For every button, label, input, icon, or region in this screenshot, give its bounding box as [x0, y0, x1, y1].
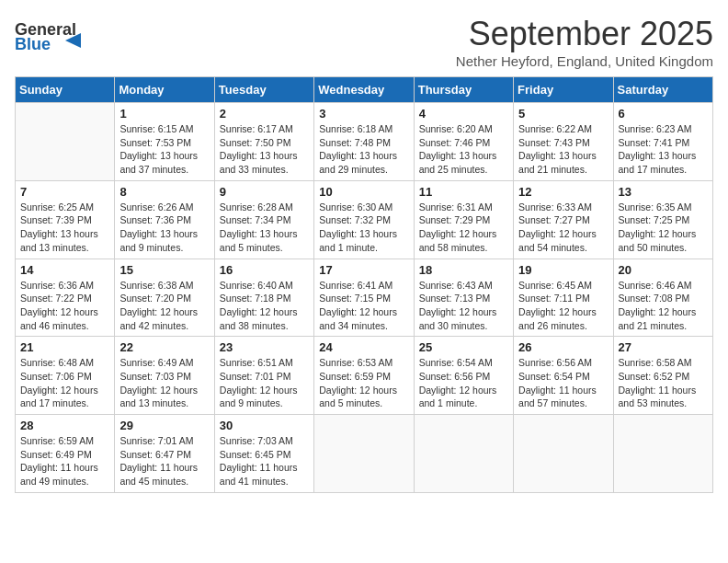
- day-number: 7: [20, 185, 109, 199]
- logo: General Blue: [15, 15, 88, 52]
- calendar-cell: 19Sunrise: 6:45 AM Sunset: 7:11 PM Dayli…: [514, 259, 613, 337]
- day-content: Sunrise: 6:18 AM Sunset: 7:48 PM Dayligh…: [319, 122, 408, 177]
- day-content: Sunrise: 6:48 AM Sunset: 7:06 PM Dayligh…: [20, 356, 109, 410]
- day-content: Sunrise: 6:54 AM Sunset: 6:56 PM Dayligh…: [419, 356, 508, 410]
- calendar-cell: [414, 415, 513, 493]
- day-number: 9: [220, 185, 309, 199]
- day-content: Sunrise: 6:25 AM Sunset: 7:39 PM Dayligh…: [20, 201, 109, 255]
- calendar-cell: 5Sunrise: 6:22 AM Sunset: 7:43 PM Daylig…: [514, 103, 613, 181]
- calendar-cell: 17Sunrise: 6:41 AM Sunset: 7:15 PM Dayli…: [314, 259, 414, 337]
- title-block: September 2025 Nether Heyford, England, …: [456, 15, 713, 69]
- day-content: Sunrise: 6:43 AM Sunset: 7:13 PM Dayligh…: [419, 279, 508, 333]
- calendar-cell: 23Sunrise: 6:51 AM Sunset: 7:01 PM Dayli…: [214, 337, 313, 415]
- day-content: Sunrise: 6:35 AM Sunset: 7:25 PM Dayligh…: [619, 201, 708, 255]
- day-header-saturday: Saturday: [613, 77, 712, 103]
- day-content: Sunrise: 6:23 AM Sunset: 7:41 PM Dayligh…: [619, 122, 708, 177]
- day-header-wednesday: Wednesday: [314, 77, 414, 103]
- day-number: 2: [220, 107, 309, 121]
- day-header-monday: Monday: [115, 77, 214, 103]
- day-number: 26: [518, 340, 608, 354]
- day-number: 30: [220, 419, 309, 432]
- day-number: 25: [419, 340, 508, 354]
- day-number: 14: [20, 263, 109, 277]
- day-number: 1: [119, 107, 209, 121]
- day-number: 21: [20, 340, 109, 354]
- calendar-cell: 26Sunrise: 6:56 AM Sunset: 6:54 PM Dayli…: [514, 337, 613, 415]
- day-content: Sunrise: 6:15 AM Sunset: 7:53 PM Dayligh…: [119, 122, 209, 177]
- day-content: Sunrise: 7:01 AM Sunset: 6:47 PM Dayligh…: [119, 434, 209, 488]
- calendar-cell: [613, 415, 712, 493]
- day-number: 23: [220, 340, 309, 354]
- day-number: 10: [319, 185, 408, 199]
- calendar-week-4: 21Sunrise: 6:48 AM Sunset: 7:06 PM Dayli…: [16, 337, 713, 415]
- day-number: 18: [419, 263, 508, 277]
- day-content: Sunrise: 6:40 AM Sunset: 7:18 PM Dayligh…: [220, 279, 309, 333]
- calendar-cell: 13Sunrise: 6:35 AM Sunset: 7:25 PM Dayli…: [613, 180, 712, 259]
- day-content: Sunrise: 6:30 AM Sunset: 7:32 PM Dayligh…: [319, 201, 408, 255]
- calendar-week-3: 14Sunrise: 6:36 AM Sunset: 7:22 PM Dayli…: [16, 259, 713, 337]
- day-number: 15: [119, 263, 209, 277]
- calendar-cell: 10Sunrise: 6:30 AM Sunset: 7:32 PM Dayli…: [314, 180, 414, 259]
- day-header-tuesday: Tuesday: [214, 77, 313, 103]
- day-content: Sunrise: 6:49 AM Sunset: 7:03 PM Dayligh…: [119, 356, 209, 410]
- day-content: Sunrise: 6:36 AM Sunset: 7:22 PM Dayligh…: [20, 279, 109, 333]
- day-number: 29: [119, 419, 209, 432]
- calendar-week-5: 28Sunrise: 6:59 AM Sunset: 6:49 PM Dayli…: [16, 415, 713, 493]
- day-content: Sunrise: 6:26 AM Sunset: 7:36 PM Dayligh…: [119, 201, 209, 255]
- day-number: 20: [619, 263, 708, 277]
- month-title: September 2025: [456, 15, 713, 53]
- calendar-cell: 30Sunrise: 7:03 AM Sunset: 6:45 PM Dayli…: [214, 415, 313, 493]
- day-number: 11: [419, 185, 508, 199]
- calendar-cell: 20Sunrise: 6:46 AM Sunset: 7:08 PM Dayli…: [613, 259, 712, 337]
- day-content: Sunrise: 6:38 AM Sunset: 7:20 PM Dayligh…: [119, 279, 209, 333]
- calendar-cell: 21Sunrise: 6:48 AM Sunset: 7:06 PM Dayli…: [16, 337, 115, 415]
- calendar-cell: 8Sunrise: 6:26 AM Sunset: 7:36 PM Daylig…: [115, 180, 214, 259]
- calendar-cell: 28Sunrise: 6:59 AM Sunset: 6:49 PM Dayli…: [16, 415, 115, 493]
- day-content: Sunrise: 6:31 AM Sunset: 7:29 PM Dayligh…: [419, 201, 508, 255]
- svg-text:Blue: Blue: [15, 35, 51, 52]
- calendar-cell: [314, 415, 414, 493]
- calendar-cell: 18Sunrise: 6:43 AM Sunset: 7:13 PM Dayli…: [414, 259, 513, 337]
- day-number: 13: [619, 185, 708, 199]
- calendar-cell: 6Sunrise: 6:23 AM Sunset: 7:41 PM Daylig…: [613, 103, 712, 181]
- calendar-header-row: SundayMondayTuesdayWednesdayThursdayFrid…: [16, 77, 713, 103]
- day-content: Sunrise: 6:22 AM Sunset: 7:43 PM Dayligh…: [518, 122, 608, 177]
- day-number: 6: [619, 107, 708, 121]
- day-content: Sunrise: 6:51 AM Sunset: 7:01 PM Dayligh…: [220, 356, 309, 410]
- day-number: 19: [518, 263, 608, 277]
- day-content: Sunrise: 7:03 AM Sunset: 6:45 PM Dayligh…: [220, 434, 309, 488]
- day-header-thursday: Thursday: [414, 77, 513, 103]
- calendar-cell: 12Sunrise: 6:33 AM Sunset: 7:27 PM Dayli…: [514, 180, 613, 259]
- day-number: 24: [319, 340, 408, 354]
- calendar-cell: 14Sunrise: 6:36 AM Sunset: 7:22 PM Dayli…: [16, 259, 115, 337]
- day-content: Sunrise: 6:33 AM Sunset: 7:27 PM Dayligh…: [518, 201, 608, 255]
- calendar-cell: 22Sunrise: 6:49 AM Sunset: 7:03 PM Dayli…: [115, 337, 214, 415]
- day-content: Sunrise: 6:41 AM Sunset: 7:15 PM Dayligh…: [319, 279, 408, 333]
- calendar-cell: 7Sunrise: 6:25 AM Sunset: 7:39 PM Daylig…: [16, 180, 115, 259]
- day-content: Sunrise: 6:59 AM Sunset: 6:49 PM Dayligh…: [20, 434, 109, 488]
- calendar-week-1: 1Sunrise: 6:15 AM Sunset: 7:53 PM Daylig…: [16, 103, 713, 181]
- day-number: 3: [319, 107, 408, 121]
- day-number: 5: [518, 107, 608, 121]
- day-number: 27: [619, 340, 708, 354]
- day-number: 22: [119, 340, 209, 354]
- day-content: Sunrise: 6:53 AM Sunset: 6:59 PM Dayligh…: [319, 356, 408, 410]
- calendar-cell: 25Sunrise: 6:54 AM Sunset: 6:56 PM Dayli…: [414, 337, 513, 415]
- calendar-cell: [16, 103, 115, 181]
- calendar-week-2: 7Sunrise: 6:25 AM Sunset: 7:39 PM Daylig…: [16, 180, 713, 259]
- day-number: 8: [119, 185, 209, 199]
- day-header-friday: Friday: [514, 77, 613, 103]
- calendar-cell: 27Sunrise: 6:58 AM Sunset: 6:52 PM Dayli…: [613, 337, 712, 415]
- location: Nether Heyford, England, United Kingdom: [456, 53, 713, 69]
- day-number: 28: [20, 419, 109, 432]
- day-content: Sunrise: 6:45 AM Sunset: 7:11 PM Dayligh…: [518, 279, 608, 333]
- day-content: Sunrise: 6:46 AM Sunset: 7:08 PM Dayligh…: [619, 279, 708, 333]
- calendar-cell: 11Sunrise: 6:31 AM Sunset: 7:29 PM Dayli…: [414, 180, 513, 259]
- calendar-cell: [514, 415, 613, 493]
- calendar-cell: 1Sunrise: 6:15 AM Sunset: 7:53 PM Daylig…: [115, 103, 214, 181]
- calendar-cell: 3Sunrise: 6:18 AM Sunset: 7:48 PM Daylig…: [314, 103, 414, 181]
- calendar-table: SundayMondayTuesdayWednesdayThursdayFrid…: [15, 76, 713, 493]
- day-number: 16: [220, 263, 309, 277]
- calendar-cell: 16Sunrise: 6:40 AM Sunset: 7:18 PM Dayli…: [214, 259, 313, 337]
- day-content: Sunrise: 6:56 AM Sunset: 6:54 PM Dayligh…: [518, 356, 608, 410]
